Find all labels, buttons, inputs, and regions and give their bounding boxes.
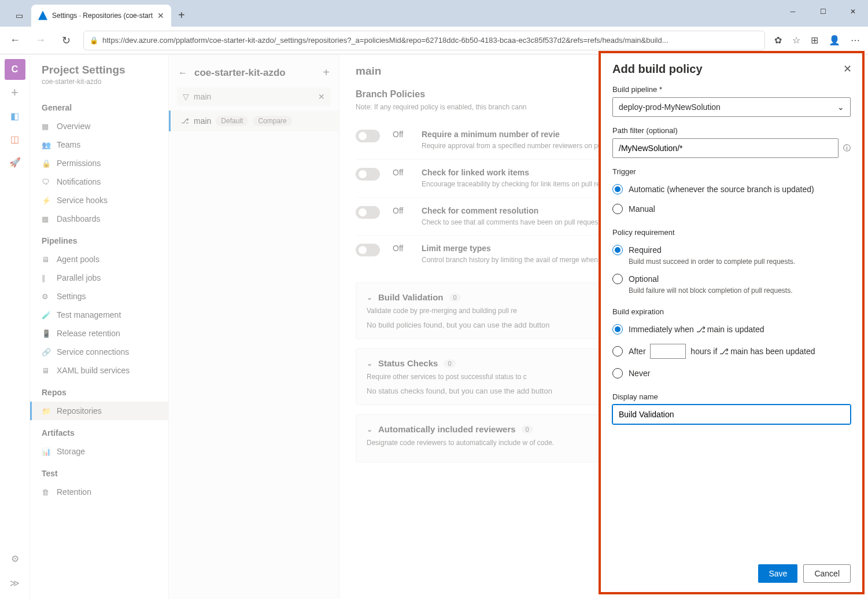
chevron-down-icon: ⌄ bbox=[837, 102, 844, 112]
trigger-label: Trigger bbox=[612, 167, 851, 176]
window-maximize[interactable]: ☐ bbox=[808, 0, 838, 23]
info-icon[interactable]: ⓘ bbox=[843, 143, 851, 153]
rail-add-button[interactable]: + bbox=[5, 82, 25, 103]
chevron-down-icon[interactable]: ⌄ bbox=[367, 359, 372, 368]
nav-repositories[interactable]: 📁Repositories bbox=[30, 402, 168, 420]
left-nav-rail: C + ◧ ◫ 🚀 ⚙ ≫ bbox=[0, 54, 30, 599]
connections-icon: 🔗 bbox=[42, 348, 51, 357]
save-button[interactable]: Save bbox=[758, 564, 797, 583]
permissions-icon: 🔒 bbox=[42, 159, 51, 168]
clear-filter-icon[interactable]: ✕ bbox=[318, 92, 325, 101]
boards-rail-icon[interactable]: ◫ bbox=[5, 128, 25, 149]
overview-rail-icon[interactable]: ◧ bbox=[5, 105, 25, 126]
expiration-label: Build expiration bbox=[612, 307, 851, 316]
chevron-down-icon[interactable]: ⌄ bbox=[367, 293, 372, 302]
branch-item-main[interactable]: ⎇ main Default Compare bbox=[169, 111, 339, 131]
branch-filter-input[interactable]: ▽ main ✕ bbox=[177, 87, 331, 106]
nav-agent-pools[interactable]: 🖥Agent pools bbox=[30, 250, 168, 269]
panel-title: Add build policy bbox=[612, 63, 851, 76]
collections-icon[interactable]: ⊞ bbox=[811, 35, 818, 46]
repo-back-button[interactable]: ← bbox=[178, 68, 187, 78]
filter-icon: ▽ bbox=[183, 92, 189, 101]
pipelines-rail-icon[interactable]: 🚀 bbox=[5, 152, 25, 172]
radio-icon bbox=[612, 204, 623, 214]
back-button[interactable]: ← bbox=[7, 34, 23, 46]
cancel-button[interactable]: Cancel bbox=[803, 564, 851, 583]
profile-icon[interactable]: 👤 bbox=[829, 35, 840, 46]
build-pipeline-select[interactable]: deploy-prod-MyNewSolution ⌄ bbox=[612, 97, 851, 117]
nav-test-retention[interactable]: 🗑Retention bbox=[30, 483, 168, 501]
parallel-jobs-icon: ∥ bbox=[42, 274, 51, 282]
settings-rail-icon[interactable]: ⚙ bbox=[5, 548, 25, 569]
tab-actions-icon[interactable]: ▭ bbox=[9, 6, 29, 25]
radio-selected-icon bbox=[612, 324, 623, 335]
window-minimize[interactable]: ─ bbox=[778, 0, 808, 23]
favorites-icon[interactable]: ☆ bbox=[792, 35, 800, 46]
browser-toolbar: ← → ↻ 🔒 https://dev.azure.com/pplatform/… bbox=[0, 27, 868, 54]
repo-title: coe-starter-kit-azdo bbox=[194, 67, 316, 79]
nav-overview[interactable]: ▦Overview bbox=[30, 117, 168, 135]
test-retention-icon: 🗑 bbox=[42, 488, 51, 497]
dashboards-icon: ▦ bbox=[42, 215, 51, 223]
close-panel-button[interactable]: ✕ bbox=[843, 63, 852, 75]
requirement-label: Policy requirement bbox=[612, 228, 851, 237]
nav-service-hooks[interactable]: ⚡Service hooks bbox=[30, 191, 168, 210]
expiration-after-option[interactable]: After hours if ⎇main has been updated bbox=[612, 339, 851, 363]
site-settings-icon[interactable]: ✿ bbox=[774, 35, 782, 46]
nav-xaml-build[interactable]: 🖥XAML build services bbox=[30, 361, 168, 380]
branch-icon: ⎇ bbox=[719, 347, 729, 356]
storage-icon: 📊 bbox=[42, 447, 51, 456]
nav-notifications[interactable]: 🗨Notifications bbox=[30, 172, 168, 191]
pipeline-label: Build pipeline * bbox=[612, 85, 851, 94]
toggle-min-reviewers[interactable] bbox=[356, 130, 380, 142]
section-general: General bbox=[30, 95, 168, 117]
nav-storage[interactable]: 📊Storage bbox=[30, 442, 168, 461]
trigger-automatic-option[interactable]: Automatic (whenever the source branch is… bbox=[612, 179, 851, 199]
project-icon[interactable]: C bbox=[5, 59, 25, 80]
agent-pools-icon: 🖥 bbox=[42, 255, 51, 264]
requirement-required-option[interactable]: Required bbox=[612, 240, 851, 260]
expiration-hours-input[interactable] bbox=[650, 344, 686, 359]
retention-icon: 📱 bbox=[42, 329, 51, 338]
branch-icon: ⎇ bbox=[181, 117, 189, 125]
settings-subtitle: coe-starter-kit-azdo bbox=[30, 76, 168, 95]
nav-parallel-jobs[interactable]: ∥Parallel jobs bbox=[30, 269, 168, 287]
radio-icon bbox=[612, 346, 623, 357]
address-bar[interactable]: 🔒 https://dev.azure.com/pplatform/coe-st… bbox=[83, 31, 765, 50]
expiration-immediate-option[interactable]: Immediately when ⎇main is updated bbox=[612, 319, 851, 339]
refresh-button[interactable]: ↻ bbox=[58, 34, 74, 47]
forward-button[interactable]: → bbox=[32, 34, 49, 46]
collapse-rail-icon[interactable]: ≫ bbox=[5, 572, 25, 593]
tab-close-icon[interactable]: ✕ bbox=[157, 11, 164, 20]
nav-dashboards[interactable]: ▦Dashboards bbox=[30, 210, 168, 228]
service-hooks-icon: ⚡ bbox=[42, 196, 51, 205]
toggle-merge-types[interactable] bbox=[356, 244, 380, 256]
repositories-icon: 📁 bbox=[42, 407, 51, 416]
trigger-manual-option[interactable]: Manual bbox=[612, 199, 851, 219]
toggle-comment-resolution[interactable] bbox=[356, 206, 380, 219]
chevron-down-icon[interactable]: ⌄ bbox=[367, 425, 372, 433]
repo-add-button[interactable]: + bbox=[323, 66, 330, 79]
expiration-never-option[interactable]: Never bbox=[612, 363, 851, 383]
lock-icon: 🔒 bbox=[90, 36, 98, 45]
nav-release-retention[interactable]: 📱Release retention bbox=[30, 324, 168, 343]
more-icon[interactable]: ⋯ bbox=[851, 35, 861, 46]
section-repos: Repos bbox=[30, 380, 168, 402]
add-build-policy-panel: Add build policy ✕ Build pipeline * depl… bbox=[599, 51, 865, 594]
nav-teams[interactable]: 👥Teams bbox=[30, 135, 168, 154]
display-name-input[interactable] bbox=[612, 405, 851, 424]
radio-icon bbox=[612, 274, 623, 284]
path-filter-input[interactable] bbox=[612, 138, 839, 158]
browser-tab-strip: ─ ☐ ✕ ▭ Settings · Repositories (coe-sta… bbox=[0, 0, 868, 27]
toggle-linked-work[interactable] bbox=[356, 168, 380, 181]
nav-permissions[interactable]: 🔒Permissions bbox=[30, 154, 168, 172]
nav-test-management[interactable]: 🧪Test management bbox=[30, 306, 168, 324]
new-tab-button[interactable]: + bbox=[173, 4, 190, 27]
nav-pipeline-settings[interactable]: ⚙Settings bbox=[30, 287, 168, 306]
nav-service-connections[interactable]: 🔗Service connections bbox=[30, 343, 168, 361]
section-artifacts: Artifacts bbox=[30, 420, 168, 442]
radio-selected-icon bbox=[612, 184, 623, 194]
browser-tab[interactable]: Settings · Repositories (coe-start ✕ bbox=[31, 5, 171, 27]
window-close[interactable]: ✕ bbox=[838, 0, 868, 23]
requirement-optional-option[interactable]: Optional bbox=[612, 269, 851, 289]
